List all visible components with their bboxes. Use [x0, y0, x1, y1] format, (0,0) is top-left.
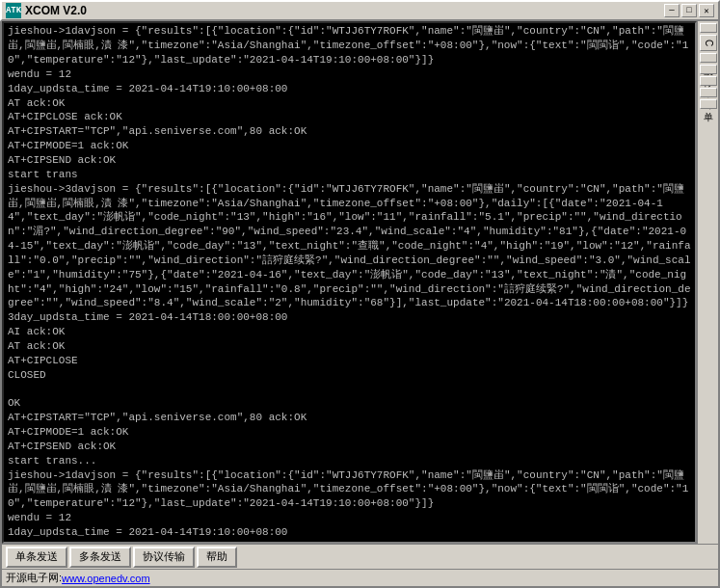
sidebar-btn-3[interactable]: 波: [700, 53, 717, 63]
maximize-button[interactable]: □: [681, 4, 697, 17]
main-window: AT+CIPSTART="TCP","api.seniverse.com",80…: [0, 21, 720, 588]
content-area: AT+CIPSTART="TCP","api.seniverse.com",80…: [2, 21, 718, 544]
sidebar-btn-1[interactable]: 单: [700, 23, 717, 33]
help-button[interactable]: 帮助: [197, 547, 237, 568]
title-bar: ATK XCOM V2.0 ─ □ ✕: [0, 0, 720, 21]
bottom-bar: 单条发送 多条发送 协议传输 帮助: [2, 544, 718, 569]
footer-text: 开源电子网:: [6, 571, 62, 585]
footer-link[interactable]: www.openedv.com: [62, 573, 150, 584]
sidebar-btn-2[interactable]: C: [700, 35, 717, 51]
sidebar-btn-4[interactable]: 停: [700, 65, 717, 74]
close-button[interactable]: ✕: [699, 4, 714, 17]
window-controls: ─ □ ✕: [664, 4, 714, 17]
minimize-button[interactable]: ─: [664, 4, 680, 17]
sidebar-btn-7[interactable]: 单: [700, 99, 717, 109]
single-send-button[interactable]: 单条发送: [6, 547, 67, 568]
app-icon: ATK: [6, 3, 21, 18]
window-title: XCOM V2.0: [25, 4, 660, 17]
sidebar-btn-6[interactable]: 奇: [700, 88, 717, 97]
protocol-transfer-button[interactable]: 协议传输: [133, 547, 195, 568]
right-sidebar: 单 C 波 停 数 奇 单: [697, 21, 718, 544]
log-area[interactable]: AT+CIPSTART="TCP","api.seniverse.com",80…: [2, 21, 697, 544]
multi-send-button[interactable]: 多条发送: [69, 547, 131, 568]
footer: 开源电子网: www.openedv.com: [2, 569, 718, 586]
sidebar-btn-5[interactable]: 数: [700, 76, 717, 86]
